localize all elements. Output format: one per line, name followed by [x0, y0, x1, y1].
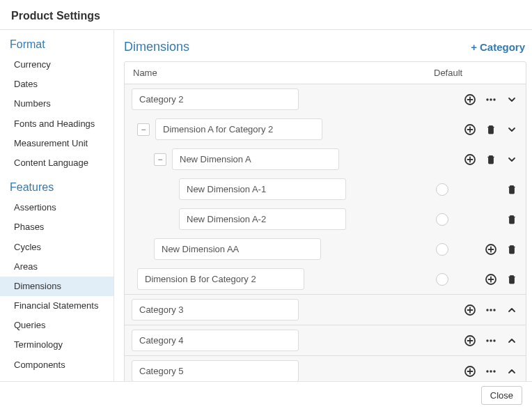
row-actions: [463, 213, 519, 226]
table-row: [125, 84, 526, 114]
default-radio[interactable]: [436, 213, 448, 226]
table-row: −: [125, 144, 526, 174]
table-row: −: [125, 114, 526, 144]
default-cell: [421, 273, 463, 286]
name-input[interactable]: [132, 360, 299, 381]
row-actions: [463, 272, 519, 286]
row-actions: [463, 93, 519, 107]
column-default: Default: [434, 68, 517, 78]
table-row: [125, 174, 526, 204]
row-actions: [463, 364, 519, 378]
more-icon[interactable]: [484, 334, 498, 348]
chevron-down-icon[interactable]: [505, 93, 519, 107]
sidebar-item-dates[interactable]: Dates: [0, 75, 114, 94]
chevron-down-icon[interactable]: [505, 123, 519, 137]
table-row: [125, 295, 526, 325]
default-radio[interactable]: [436, 273, 448, 286]
more-icon[interactable]: [484, 93, 498, 107]
plus-icon: +: [471, 41, 477, 53]
sidebar-section-title: Format: [0, 30, 114, 55]
add-icon[interactable]: [463, 334, 477, 348]
add-icon[interactable]: [463, 93, 477, 107]
row-actions: [463, 183, 519, 196]
category-group: −−: [125, 84, 526, 294]
sidebar-item-queries[interactable]: Queries: [0, 316, 114, 335]
sidebar-item-currency[interactable]: Currency: [0, 55, 114, 75]
more-icon[interactable]: [484, 303, 498, 317]
name-input[interactable]: [155, 118, 322, 140]
add-icon[interactable]: [484, 242, 498, 256]
table-row: [125, 234, 526, 264]
row-actions: [463, 153, 519, 167]
chevron-up-icon[interactable]: [505, 303, 519, 317]
table-head: Name Default: [125, 62, 526, 84]
add-icon[interactable]: [484, 272, 498, 286]
column-name: Name: [133, 68, 434, 78]
name-input[interactable]: [132, 299, 299, 321]
chevron-up-icon[interactable]: [505, 334, 519, 348]
sidebar-item-areas[interactable]: Areas: [0, 257, 114, 277]
trash-icon[interactable]: [505, 242, 519, 256]
collapse-button[interactable]: −: [137, 123, 150, 136]
sidebar-item-numbers[interactable]: Numbers: [0, 94, 114, 114]
sidebar-item-phases[interactable]: Phases: [0, 217, 114, 237]
default-cell: [421, 213, 463, 226]
sidebar-item-documents[interactable]: Documents: [0, 375, 114, 381]
collapse-button[interactable]: −: [154, 153, 166, 166]
trash-icon[interactable]: [484, 123, 498, 137]
chevron-up-icon[interactable]: [505, 364, 519, 378]
default-radio[interactable]: [436, 183, 448, 196]
add-icon[interactable]: [463, 364, 477, 378]
add-icon[interactable]: [463, 303, 477, 317]
row-actions: [463, 123, 519, 137]
sidebar-item-assertions[interactable]: Assertions: [0, 198, 114, 217]
category-group: [125, 294, 526, 325]
sidebar-item-financial-statements[interactable]: Financial Statements: [0, 296, 114, 316]
sidebar-item-content-language[interactable]: Content Language: [0, 153, 114, 173]
name-input[interactable]: [132, 88, 299, 110]
name-input[interactable]: [137, 268, 304, 290]
sidebar-item-dimensions[interactable]: Dimensions: [0, 277, 114, 296]
name-input[interactable]: [179, 178, 346, 200]
row-actions: [463, 242, 519, 256]
default-radio[interactable]: [436, 243, 448, 256]
more-icon[interactable]: [484, 364, 498, 378]
dialog-header: Product Settings: [0, 0, 532, 30]
name-input[interactable]: [132, 330, 299, 351]
trash-icon[interactable]: [505, 213, 519, 226]
sidebar-item-components[interactable]: Components: [0, 355, 114, 375]
dialog-footer: Close: [0, 381, 532, 409]
sidebar[interactable]: FormatCurrencyDatesNumbersFonts and Head…: [0, 30, 114, 381]
name-input[interactable]: [179, 208, 346, 230]
table-row: [125, 325, 526, 355]
table-row: [125, 264, 526, 294]
sidebar-item-fonts-and-headings[interactable]: Fonts and Headings: [0, 114, 114, 134]
row-actions: [463, 303, 519, 317]
category-group: [125, 325, 526, 355]
add-category-button[interactable]: + Category: [471, 41, 525, 53]
table-row: [125, 204, 526, 234]
trash-icon[interactable]: [505, 183, 519, 196]
page-title: Product Settings: [11, 10, 521, 22]
add-icon[interactable]: [463, 123, 477, 137]
trash-icon[interactable]: [484, 153, 498, 167]
default-cell: [421, 243, 463, 256]
chevron-down-icon[interactable]: [505, 153, 519, 167]
trash-icon[interactable]: [505, 272, 519, 286]
main-title: Dimensions: [124, 40, 189, 54]
name-input[interactable]: [172, 148, 339, 170]
sidebar-item-measurement-unit[interactable]: Measurement Unit: [0, 134, 114, 153]
default-cell: [421, 183, 463, 196]
sidebar-item-cycles[interactable]: Cycles: [0, 238, 114, 257]
dimensions-table: Name Default −−: [124, 61, 526, 381]
table-row: [125, 356, 526, 381]
add-icon[interactable]: [463, 153, 477, 167]
name-input[interactable]: [154, 238, 321, 260]
close-button[interactable]: Close: [481, 386, 522, 405]
category-group: [125, 355, 526, 381]
sidebar-item-terminology[interactable]: Terminology: [0, 335, 114, 355]
main-panel[interactable]: Dimensions + Category Name Default −−: [114, 30, 532, 381]
sidebar-section-title: Features: [0, 173, 114, 198]
add-category-label: Category: [480, 41, 525, 53]
row-actions: [463, 334, 519, 348]
